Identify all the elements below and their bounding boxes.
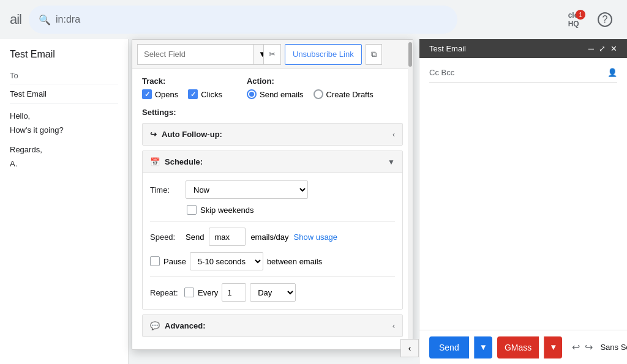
divider-2 [150,277,395,277]
compose-area: ▼ ✂ Unsubscribe Link ⧉ [129,39,627,364]
font-select[interactable]: Sans Serif [598,342,627,352]
clicks-checkbox[interactable]: Clicks [188,89,222,99]
divider-1 [150,221,395,221]
radio-inner-dot [249,92,254,97]
close-icon[interactable]: ✕ [610,44,617,53]
scrollbar-track [408,40,413,349]
track-section: Track: Opens Clicks [142,76,222,99]
action-section: Action: Send emails [247,76,374,99]
help-icon-btn[interactable]: ? [593,7,617,32]
bottom-toolbar: Send ▼ GMass ▼ ↩ ↪ Sans Serif [419,330,627,364]
search-bar[interactable]: 🔍 in:dra [29,6,457,34]
pause-label: Pause [163,257,186,266]
scrollbar-thumb[interactable] [408,42,412,67]
unsubscribe-link-btn[interactable]: Unsubscribe Link [285,44,362,65]
auto-followup-header[interactable]: ↪ Auto Follow-up: ‹ [143,124,402,145]
copy-icon: ⧉ [371,50,377,59]
opens-checkbox-icon [142,89,152,99]
compose-window: Test Email ─ ⤢ ✕ Cc Bcc 👤 Send [419,39,627,364]
email-body: Hello, How's it going? Regards, A. [10,104,118,176]
panel-content: Track: Opens Clicks [132,69,413,349]
schedule-label: Schedule: [165,157,203,166]
advanced-chevron: ‹ [392,322,395,330]
opens-checkbox[interactable]: Opens [142,89,178,99]
show-usage-link[interactable]: Show usage [294,232,338,242]
time-row: Time: Now [150,180,395,199]
notifications-icon-btn[interactable]: clouHQ 1 [563,7,588,32]
email-subject: Test Email [10,84,118,104]
select-field-input[interactable] [137,44,253,65]
skip-weekends-label: Skip weekends [200,206,253,215]
send-dropdown-btn[interactable]: ▼ [474,336,492,358]
speed-input[interactable] [209,228,246,246]
pause-select[interactable]: 5-10 seconds [190,252,263,270]
send-emails-radio-icon [247,89,257,99]
email-panel: Test Email To Test Email Hello, How's it… [0,39,129,364]
panel-toolbar: ▼ ✂ Unsubscribe Link ⧉ [132,40,413,69]
every-label: Every [198,288,218,297]
clicks-checkbox-icon [188,89,198,99]
contacts-icon: 👤 [607,68,617,77]
auto-followup-section: ↪ Auto Follow-up: ‹ [142,123,403,146]
repeat-checkbox[interactable] [184,288,194,297]
advanced-header[interactable]: 💬 Advanced: ‹ [143,315,402,336]
cc-bcc-label: Cc Bcc [429,68,454,77]
schedule-chevron: ▼ [388,158,395,166]
compose-title: Test Email [429,44,466,53]
expand-icon[interactable]: ⤢ [599,44,606,53]
create-drafts-radio-icon [314,89,323,99]
gmail-logo: ail [10,12,21,28]
expand-panel-btn[interactable]: ‹ [400,339,419,357]
cut-icon-btn[interactable]: ✂ [263,44,281,65]
create-drafts-radio[interactable]: Create Drafts [314,89,374,99]
opens-label: Opens [155,90,178,99]
email-body-line-2: How's it going? [10,123,118,137]
calendar-icon: 📅 [150,157,160,166]
pause-checkbox[interactable] [150,256,160,266]
settings-title: Settings: [142,108,403,117]
pause-row: Pause 5-10 seconds between emails [150,252,395,270]
auto-followup-label: Auto Follow-up: [162,130,222,139]
compose-to-field: Cc Bcc 👤 [429,63,617,83]
advanced-label: Advanced: [165,321,205,330]
gmass-dropdown-btn[interactable]: ▼ [544,336,562,358]
expand-left-icon: ‹ [408,343,411,353]
action-radio-row: Send emails Create Drafts [247,89,374,99]
notification-badge: 1 [576,10,585,20]
schedule-header-left: 📅 Schedule: [150,157,203,166]
gmass-dropdown-icon: ▼ [549,343,557,352]
time-select[interactable]: Now [186,180,308,199]
skip-weekends-checkbox[interactable] [187,205,197,215]
scissors-icon: ✂ [269,50,276,59]
repeat-unit-select[interactable]: Day Week Month [250,283,296,302]
email-panel-title: Test Email [10,49,118,60]
gmass-panel: ▼ ✂ Unsubscribe Link ⧉ [132,39,413,350]
search-text: in:dra [56,14,80,25]
gmail-topbar: ail 🔍 in:dra clouHQ 1 ? [0,0,627,39]
repeat-label: Repeat: [150,288,181,297]
minimize-icon[interactable]: ─ [588,44,594,53]
advanced-header-left: 💬 Advanced: [150,321,205,330]
email-body-line-1: Hello, [10,109,118,123]
email-body-line-3: Regards, [10,143,118,157]
redo-icon[interactable]: ↪ [585,341,593,353]
compose-header: Test Email ─ ⤢ ✕ [419,39,627,58]
schedule-header[interactable]: 📅 Schedule: ▼ [143,151,402,173]
send-emails-label: Send emails [260,90,304,99]
gmass-button[interactable]: GMass [497,336,539,358]
undo-icon[interactable]: ↩ [572,341,580,353]
advanced-icon: 💬 [150,321,160,330]
send-emails-radio[interactable]: Send emails [247,89,304,99]
help-icon: ? [598,12,612,27]
create-drafts-label: Create Drafts [326,90,374,99]
repeat-row: Repeat: Every Day Week Month [150,283,395,302]
repeat-count-input[interactable] [222,283,246,302]
clicks-label: Clicks [201,90,222,99]
emails-per-day-label: emails/day [250,232,288,242]
send-button[interactable]: Send [429,336,469,358]
speed-row: Speed: Send emails/day Show usage [150,228,395,246]
email-to-label: To [10,67,118,84]
send-label-speed: Send [186,232,204,242]
copy-btn[interactable]: ⧉ [366,44,382,65]
email-body-line-4: A. [10,157,118,171]
